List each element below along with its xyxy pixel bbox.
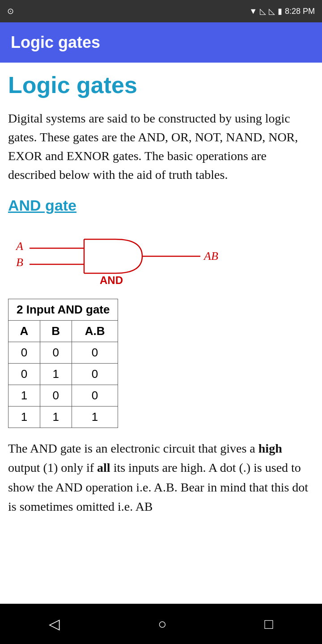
cell-ab-3: 1 <box>72 407 118 428</box>
spinner-icon: ⊙ <box>7 6 14 16</box>
svg-text:B: B <box>16 256 23 269</box>
table-row: 0 1 0 <box>8 364 118 385</box>
status-left: ⊙ <box>7 6 14 16</box>
truth-table: 2 Input AND gate A B A.B 0 0 0 0 1 0 1 0… <box>8 299 118 428</box>
cell-b-2: 0 <box>40 385 72 407</box>
and-gate-description: The AND gate is an electronic circuit th… <box>8 439 314 517</box>
status-bar: ⊙ ▼ ◺ ◺ ▮ 8:28 PM <box>0 0 322 22</box>
and-gate-diagram: A B AB AND <box>8 227 314 288</box>
content-area: Logic gates Digital systems are said to … <box>0 63 322 604</box>
desc-bold-high: high <box>258 441 282 455</box>
svg-text:A: A <box>15 240 23 253</box>
intro-paragraph: Digital systems are said to be construct… <box>8 109 314 184</box>
app-bar-title: Logic gates <box>11 33 100 52</box>
time-display: 8:28 PM <box>285 7 315 16</box>
col-a: A <box>8 321 40 342</box>
cell-a-0: 0 <box>8 342 40 364</box>
svg-text:AND: AND <box>100 274 123 285</box>
svg-text:AB: AB <box>203 250 218 263</box>
cell-b-3: 1 <box>40 407 72 428</box>
signal-icon: ◺ <box>260 6 266 16</box>
col-b: B <box>40 321 72 342</box>
desc-bold-all: all <box>97 461 110 475</box>
desc-part-1: The AND gate is an electronic circuit th… <box>8 441 258 455</box>
desc-part-2: output (1) only if <box>8 461 97 475</box>
cell-a-3: 1 <box>8 407 40 428</box>
page-title: Logic gates <box>8 72 314 98</box>
bottom-nav: ◁ ○ □ <box>0 604 322 644</box>
back-button[interactable]: ◁ <box>35 611 73 637</box>
and-gate-link[interactable]: AND gate <box>8 197 314 214</box>
status-right: ▼ ◺ ◺ ▮ 8:28 PM <box>249 6 315 16</box>
battery-icon: ▮ <box>278 6 282 16</box>
cell-b-0: 0 <box>40 342 72 364</box>
signal-icon-2: ◺ <box>269 6 275 16</box>
col-ab: A.B <box>72 321 118 342</box>
table-row: 0 0 0 <box>8 342 118 364</box>
cell-ab-2: 0 <box>72 385 118 407</box>
cell-b-1: 1 <box>40 364 72 385</box>
table-row: 1 0 0 <box>8 385 118 407</box>
table-title: 2 Input AND gate <box>8 299 118 321</box>
app-bar: Logic gates <box>0 22 322 63</box>
cell-a-1: 0 <box>8 364 40 385</box>
wifi-icon: ▼ <box>249 7 257 16</box>
home-button[interactable]: ○ <box>144 611 180 637</box>
cell-a-2: 1 <box>8 385 40 407</box>
and-gate-svg: A B AB AND <box>8 227 223 285</box>
table-row: 1 1 1 <box>8 407 118 428</box>
recent-button[interactable]: □ <box>251 611 286 637</box>
cell-ab-0: 0 <box>72 342 118 364</box>
cell-ab-1: 0 <box>72 364 118 385</box>
